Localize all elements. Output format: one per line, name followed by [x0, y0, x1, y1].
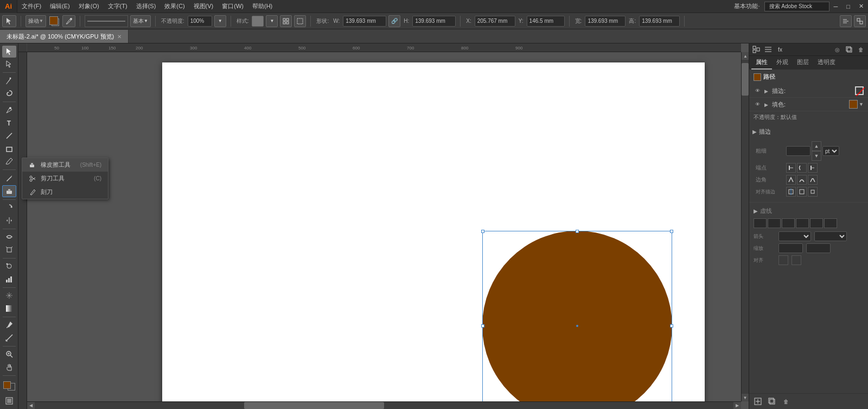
handle-mid-left[interactable] — [481, 324, 484, 328]
align-btn[interactable] — [840, 15, 852, 27]
mesh-tool[interactable] — [2, 290, 16, 302]
weight-stepper[interactable]: ▲ ▼ — [812, 141, 821, 161]
y-input[interactable] — [527, 16, 565, 27]
panel-fx-icon[interactable]: fx — [775, 45, 785, 54]
tab-layers[interactable]: 图层 — [793, 56, 813, 70]
corner-miter-btn[interactable] — [786, 175, 796, 185]
line-tool[interactable] — [2, 130, 16, 142]
magic-wand-tool[interactable] — [2, 75, 16, 87]
cap-square-btn[interactable] — [808, 163, 818, 173]
dash-input-6[interactable] — [824, 218, 837, 228]
cap-butt-btn[interactable] — [786, 163, 796, 173]
scroll-down-btn[interactable]: ▼ — [742, 394, 749, 401]
dash-input-3[interactable] — [782, 218, 795, 228]
handle-top-center[interactable] — [576, 230, 579, 233]
canvas-area[interactable]: 50100150200300400500600700800900 — [18, 43, 749, 409]
dash-input-4[interactable] — [796, 218, 809, 228]
panel-visibility-icon[interactable]: ◎ — [832, 45, 842, 54]
tab-transparency[interactable]: 透明度 — [813, 56, 840, 70]
pen-tool-btn[interactable] — [62, 15, 75, 27]
eraser-tool[interactable] — [2, 185, 16, 197]
panel-list-icon[interactable] — [763, 45, 773, 54]
align-outside-btn[interactable] — [808, 187, 818, 197]
free-transform-tool[interactable] — [2, 244, 16, 256]
knife-tool-menu-item[interactable]: 刻刀 — [22, 185, 108, 199]
fill-expand-icon[interactable]: ▶ — [764, 102, 769, 106]
graph-tool[interactable] — [2, 273, 16, 285]
fill-chevron[interactable]: ▼ — [859, 102, 864, 107]
grid-icon-btn[interactable] — [280, 15, 292, 27]
symbol-tool[interactable] — [2, 260, 16, 272]
warp-tool[interactable] — [2, 231, 16, 243]
search-bar[interactable]: 搜索 Adobe Stock — [764, 2, 829, 11]
eraser-tool-menu-item[interactable]: 橡皮擦工具 (Shift+E) — [22, 158, 108, 172]
zoom-tool[interactable] — [2, 349, 16, 361]
scroll-thumb[interactable] — [742, 63, 749, 96]
selection-tool-btn[interactable] — [2, 15, 16, 27]
scroll-up-btn[interactable]: ▲ — [742, 52, 749, 60]
window-maximize[interactable]: □ — [842, 0, 854, 13]
cap-round-btn[interactable] — [797, 163, 807, 173]
shape-color-swatch[interactable] — [754, 73, 761, 81]
duplicate-btn[interactable] — [767, 396, 777, 407]
stroke-panel-header[interactable]: ▶ 描边 — [749, 125, 868, 138]
lasso-tool[interactable] — [2, 88, 16, 100]
direct-selection-tool[interactable] — [2, 59, 16, 71]
menu-select[interactable]: 选择(S) — [132, 0, 161, 13]
width2-input[interactable] — [585, 16, 626, 27]
pencil-tool[interactable] — [2, 172, 16, 184]
handle-top-left[interactable] — [481, 230, 484, 233]
menu-window[interactable]: 窗口(W) — [218, 0, 248, 13]
new-art-btn[interactable] — [752, 396, 763, 407]
weight-down[interactable]: ▼ — [812, 151, 821, 161]
screen-mode-btn[interactable] — [2, 395, 16, 407]
dash-input-2[interactable] — [768, 218, 781, 228]
weight-input[interactable] — [786, 146, 810, 156]
stroke-style-dropdown[interactable]: 基本 ▼ — [130, 15, 151, 27]
fill-stroke-box[interactable] — [2, 380, 16, 392]
align-inside-btn[interactable] — [797, 187, 807, 197]
dash-input-5[interactable] — [810, 218, 823, 228]
window-minimize[interactable]: ─ — [829, 0, 843, 13]
opacity-input[interactable] — [188, 16, 212, 27]
handle-top-right[interactable] — [670, 230, 673, 233]
active-tab[interactable]: 未标题-2.ai* @ 100% (CMYK/GPU 预览) ✕ — [0, 30, 129, 43]
fill-visibility-icon[interactable]: 👁 — [754, 100, 761, 108]
tab-properties[interactable]: 属性 — [751, 56, 772, 70]
hand-tool[interactable] — [2, 361, 16, 373]
corner-round-btn[interactable] — [797, 175, 807, 185]
opacity-dropdown[interactable]: ▼ — [214, 15, 226, 27]
menu-view[interactable]: 视图(V) — [189, 0, 218, 13]
stroke-color-swatch[interactable] — [855, 86, 864, 95]
menu-help[interactable]: 帮助(H) — [248, 0, 277, 13]
corner-bevel-btn[interactable] — [808, 175, 818, 185]
pen-tool[interactable] — [2, 104, 16, 116]
style-btn[interactable] — [252, 16, 264, 27]
type-tool[interactable]: T — [2, 117, 16, 129]
weight-unit-select[interactable]: pt — [822, 146, 839, 156]
height2-input[interactable] — [639, 16, 680, 27]
arrow-start-select[interactable] — [778, 231, 811, 241]
vertical-scrollbar[interactable]: ▲ ▼ — [741, 52, 749, 401]
window-close[interactable]: ✕ — [854, 0, 868, 13]
fill-swatch[interactable] — [49, 16, 57, 24]
arrange-btn[interactable] — [854, 15, 866, 27]
stroke-preview-btn[interactable] — [85, 15, 128, 27]
rect-tool[interactable] — [2, 143, 16, 155]
trash-btn[interactable]: 🗑 — [781, 396, 792, 407]
circle-selection[interactable] — [482, 231, 672, 409]
align-center-btn[interactable] — [786, 187, 796, 197]
menu-text[interactable]: 文字(T) — [104, 0, 132, 13]
stroke-visibility-icon[interactable]: 👁 — [754, 87, 761, 95]
menu-edit[interactable]: 编辑(E) — [46, 0, 74, 13]
stroke-expand-icon[interactable]: ▶ — [764, 89, 769, 93]
measure-tool[interactable] — [2, 332, 16, 344]
arrow-align-btn[interactable] — [778, 255, 788, 265]
menu-object[interactable]: 对象(O) — [74, 0, 104, 13]
scroll-left-btn[interactable]: ◀ — [27, 402, 35, 410]
tab-close-btn[interactable]: ✕ — [117, 34, 122, 40]
reflect-tool[interactable] — [2, 215, 16, 226]
fill-box[interactable] — [3, 381, 11, 389]
tab-appearance[interactable]: 外观 — [772, 56, 793, 70]
menu-file[interactable]: 文件(F) — [17, 0, 46, 13]
